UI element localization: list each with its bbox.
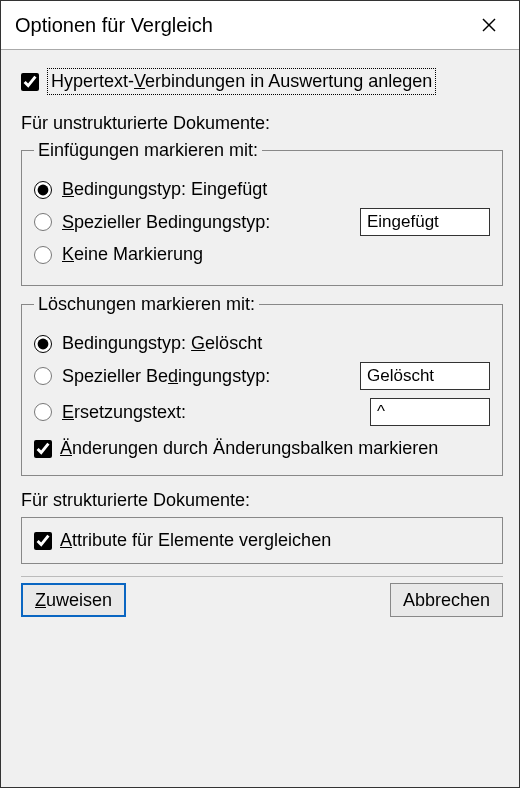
attributes-label: Attribute für Elemente vergleichen: [60, 530, 331, 551]
hypertext-label: Hypertext-Verbindungen in Auswertung anl…: [47, 68, 436, 95]
hypertext-checkbox[interactable]: [21, 73, 39, 91]
deletions-radio-special[interactable]: Spezieller Bedingungstyp:: [34, 362, 490, 390]
changebars-label: Änderungen durch Änderungsbalken markier…: [60, 438, 438, 459]
insertions-radio-special[interactable]: Spezieller Bedingungstyp:: [34, 208, 490, 236]
deletions-radio-replace-label: Ersetzungstext:: [62, 402, 186, 423]
dialog-content: Hypertext-Verbindungen in Auswertung anl…: [1, 50, 519, 787]
insertions-radio-none-label: Keine Markierung: [62, 244, 203, 265]
insertions-radio-special-label: Spezieller Bedingungstyp:: [62, 212, 270, 233]
insertions-radio-condtype-input[interactable]: [34, 181, 52, 199]
unstructured-section-label: Für unstrukturierte Dokumente:: [21, 113, 503, 134]
insertions-radio-none[interactable]: Keine Markierung: [34, 244, 490, 265]
button-row: Zuweisen Abbrechen: [21, 583, 503, 621]
insertions-radio-none-input[interactable]: [34, 246, 52, 264]
close-icon: [481, 17, 497, 33]
insertions-radio-condtype[interactable]: Bedingungstyp: Eingefügt: [34, 179, 490, 200]
changebars-checkbox[interactable]: [34, 440, 52, 458]
dialog-title: Optionen für Vergleich: [15, 14, 213, 37]
insertions-radio-special-input[interactable]: [34, 213, 52, 231]
assign-button[interactable]: Zuweisen: [21, 583, 126, 617]
deletions-radio-replace[interactable]: Ersetzungstext:: [34, 398, 490, 426]
compare-options-dialog: Optionen für Vergleich Hypertext-Verbind…: [0, 0, 520, 788]
hypertext-checkbox-row[interactable]: Hypertext-Verbindungen in Auswertung anl…: [21, 68, 503, 95]
insertions-group: Einfügungen markieren mit: Bedingungstyp…: [21, 140, 503, 286]
structured-section-label: Für strukturierte Dokumente:: [21, 490, 503, 511]
button-separator: [21, 576, 503, 577]
deletions-radio-condtype-input[interactable]: [34, 335, 52, 353]
close-button[interactable]: [467, 5, 511, 45]
attributes-checkbox[interactable]: [34, 532, 52, 550]
structured-group: Attribute für Elemente vergleichen: [21, 517, 503, 564]
changebars-checkbox-row[interactable]: Änderungen durch Änderungsbalken markier…: [34, 438, 490, 459]
deletions-group: Löschungen markieren mit: Bedingungstyp:…: [21, 294, 503, 476]
titlebar: Optionen für Vergleich: [1, 1, 519, 50]
deletions-radio-replace-input[interactable]: [34, 403, 52, 421]
deletions-radio-special-label: Spezieller Bedingungstyp:: [62, 366, 270, 387]
cancel-button[interactable]: Abbrechen: [390, 583, 503, 617]
deletions-radio-condtype[interactable]: Bedingungstyp: Gelöscht: [34, 333, 490, 354]
attributes-checkbox-row[interactable]: Attribute für Elemente vergleichen: [34, 530, 490, 551]
deletions-legend: Löschungen markieren mit:: [34, 294, 259, 315]
insertions-legend: Einfügungen markieren mit:: [34, 140, 262, 161]
insertions-radio-condtype-label: Bedingungstyp: Eingefügt: [62, 179, 267, 200]
deletions-special-input[interactable]: [360, 362, 490, 390]
insertions-special-input[interactable]: [360, 208, 490, 236]
deletions-radio-condtype-label: Bedingungstyp: Gelöscht: [62, 333, 262, 354]
deletions-replace-input[interactable]: [370, 398, 490, 426]
deletions-radio-special-input[interactable]: [34, 367, 52, 385]
